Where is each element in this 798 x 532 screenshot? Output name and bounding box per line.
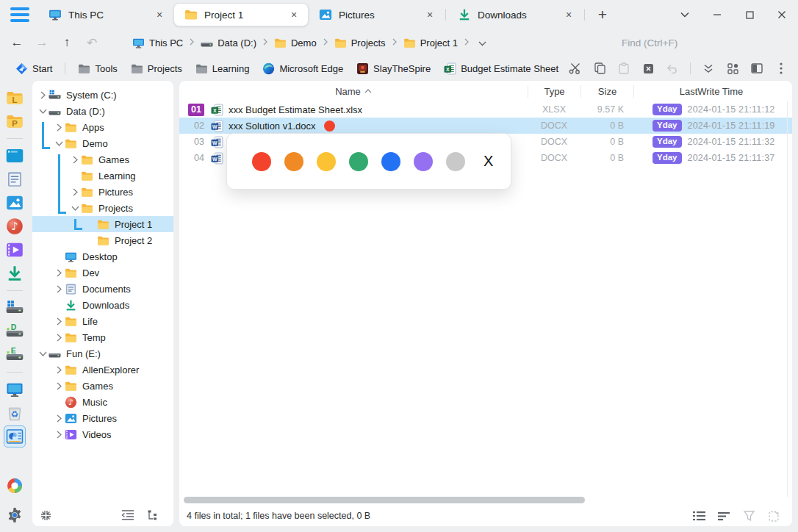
- favorite-start[interactable]: Start: [10, 60, 57, 77]
- breadcrumb-item-demo[interactable]: Demo: [271, 35, 320, 51]
- rail-item-folder-p[interactable]: P: [4, 110, 26, 132]
- undo-icon[interactable]: [663, 59, 682, 78]
- rail-item-downloads[interactable]: [4, 262, 26, 284]
- rail-item-recycle-bin[interactable]: ♻: [4, 402, 26, 424]
- tree-item-temp[interactable]: Temp: [32, 329, 173, 345]
- tree-item-music[interactable]: ♪Music: [32, 394, 173, 410]
- tree-item-apps[interactable]: Apps: [32, 119, 173, 135]
- chevron-down-icon[interactable]: [37, 348, 48, 359]
- filter-icon[interactable]: [741, 508, 757, 524]
- tree-view-icon[interactable]: [144, 506, 162, 524]
- split-view-icon[interactable]: [747, 59, 766, 78]
- list-view-icon[interactable]: [691, 508, 707, 524]
- delete-icon[interactable]: [639, 59, 658, 78]
- favorite-budget-estimate-sheet[interactable]: XBudget Estimate Sheet: [439, 60, 564, 77]
- tree-item-system-c-[interactable]: System (C:): [32, 87, 173, 103]
- horizontal-scrollbar[interactable]: [184, 497, 585, 503]
- rail-item-documents[interactable]: [4, 168, 26, 190]
- favorite-learning[interactable]: Learning: [190, 60, 255, 77]
- close-tab-icon[interactable]: ×: [423, 8, 436, 21]
- color-option-red[interactable]: [252, 152, 271, 171]
- more-dots-icon[interactable]: [772, 59, 791, 78]
- color-option-orange[interactable]: [284, 152, 303, 171]
- color-tag-dot[interactable]: [324, 121, 335, 132]
- breadcrumb-item-data-d-[interactable]: Data (D:): [198, 35, 259, 51]
- window-menu-chevron-icon[interactable]: [669, 0, 701, 29]
- search-input[interactable]: Find (Ctrl+F): [622, 32, 754, 53]
- tree-item-games[interactable]: Games: [32, 151, 173, 168]
- color-option-yellow[interactable]: [317, 152, 336, 171]
- close-tab-icon[interactable]: ×: [562, 8, 575, 21]
- chevron-right-icon[interactable]: [53, 412, 65, 424]
- rail-item-explorer-window[interactable]: [4, 145, 26, 167]
- breadcrumb-item-this-pc[interactable]: This PC: [129, 35, 186, 51]
- tree-item-allenexplorer[interactable]: AllenExplorer: [32, 362, 173, 378]
- tab-downloads[interactable]: Downloads×: [447, 3, 583, 26]
- column-header-name[interactable]: Name: [179, 86, 528, 97]
- chevron-right-icon[interactable]: [53, 428, 65, 440]
- outdent-icon[interactable]: [119, 506, 137, 524]
- tree-item-documents[interactable]: Documents: [32, 281, 173, 297]
- column-header-size[interactable]: Size: [580, 85, 633, 98]
- breadcrumb-dropdown-icon[interactable]: [478, 37, 486, 48]
- rail-item-videos[interactable]: [4, 239, 26, 261]
- rail-item-drive-e[interactable]: E: [4, 344, 26, 366]
- double-chevron-down-icon[interactable]: [699, 59, 718, 78]
- chevron-down-icon[interactable]: [37, 105, 48, 117]
- chevron-right-icon[interactable]: [53, 283, 65, 295]
- color-option-green[interactable]: [349, 152, 368, 171]
- tree-item-projects[interactable]: Projects: [32, 200, 173, 216]
- clipboard-preview-icon[interactable]: [766, 508, 782, 524]
- tree-item-pictures[interactable]: Pictures: [32, 410, 173, 426]
- tree-item-desktop[interactable]: Desktop: [32, 248, 173, 265]
- tab-pictures[interactable]: Pictures×: [309, 3, 444, 26]
- rail-item-drive-system[interactable]: [4, 297, 26, 319]
- tree-item-project-2[interactable]: Project 2: [32, 232, 173, 248]
- chevron-down-icon[interactable]: [53, 137, 65, 149]
- breadcrumb-item-projects[interactable]: Projects: [331, 35, 389, 51]
- column-header-type[interactable]: Type: [528, 85, 580, 98]
- chevron-right-icon[interactable]: [69, 186, 81, 198]
- close-window-icon[interactable]: [766, 0, 798, 29]
- up-icon[interactable]: ↑: [56, 32, 78, 53]
- favorite-microsoft-edge[interactable]: Microsoft Edge: [257, 60, 348, 77]
- back-icon[interactable]: ←: [6, 32, 28, 53]
- rail-item-pictures[interactable]: [4, 192, 26, 214]
- forward-icon[interactable]: →: [31, 32, 53, 53]
- chevron-down-icon[interactable]: [69, 202, 81, 214]
- chevron-right-icon[interactable]: [53, 267, 65, 278]
- rail-item-theme-wheel[interactable]: [4, 475, 26, 497]
- tab-this-pc[interactable]: This PC×: [38, 3, 173, 26]
- rail-item-control-panel[interactable]: [4, 425, 26, 447]
- close-tab-icon[interactable]: ×: [153, 8, 166, 21]
- maximize-icon[interactable]: [733, 0, 766, 29]
- tree-item-games[interactable]: Games: [32, 378, 173, 394]
- breadcrumb-item-project-1[interactable]: Project 1: [400, 35, 461, 51]
- chevron-right-icon[interactable]: [53, 315, 65, 327]
- favorite-projects[interactable]: Projects: [126, 60, 187, 77]
- file-row-01[interactable]: 01 Xxxx Budget Estimate Sheet.xlsxXLSX9.…: [179, 101, 792, 118]
- rail-item-desktop[interactable]: [4, 378, 26, 400]
- chevron-right-icon[interactable]: [53, 364, 65, 375]
- sort-order-icon[interactable]: [716, 508, 732, 524]
- tab-project-1[interactable]: Project 1×: [173, 3, 309, 26]
- color-option-blue[interactable]: [381, 152, 400, 171]
- column-header-time[interactable]: LastWrite Time: [633, 85, 788, 98]
- tree-item-project-1[interactable]: Project 1: [32, 216, 173, 232]
- close-tab-icon[interactable]: ×: [287, 8, 301, 21]
- tree-item-learning[interactable]: Learning: [32, 168, 173, 184]
- tree-item-fun-e-[interactable]: Fun (E:): [32, 345, 173, 362]
- copy-icon[interactable]: [590, 59, 609, 78]
- tree-item-videos[interactable]: Videos: [32, 426, 173, 442]
- chevron-right-icon[interactable]: [37, 89, 48, 101]
- chevron-right-icon[interactable]: [53, 331, 65, 343]
- tree-item-downloads[interactable]: Downloads: [32, 297, 173, 313]
- undo-nav-icon[interactable]: ↶: [81, 32, 103, 53]
- rail-item-folder-l[interactable]: L: [4, 87, 26, 109]
- tree-item-data-d-[interactable]: Data (D:): [32, 103, 173, 119]
- color-option-gray[interactable]: [446, 152, 465, 171]
- tree-item-dev[interactable]: Dev: [32, 265, 173, 281]
- collapse-all-icon[interactable]: [37, 506, 54, 524]
- popup-close-button[interactable]: X: [484, 153, 493, 170]
- paste-icon[interactable]: [614, 59, 633, 78]
